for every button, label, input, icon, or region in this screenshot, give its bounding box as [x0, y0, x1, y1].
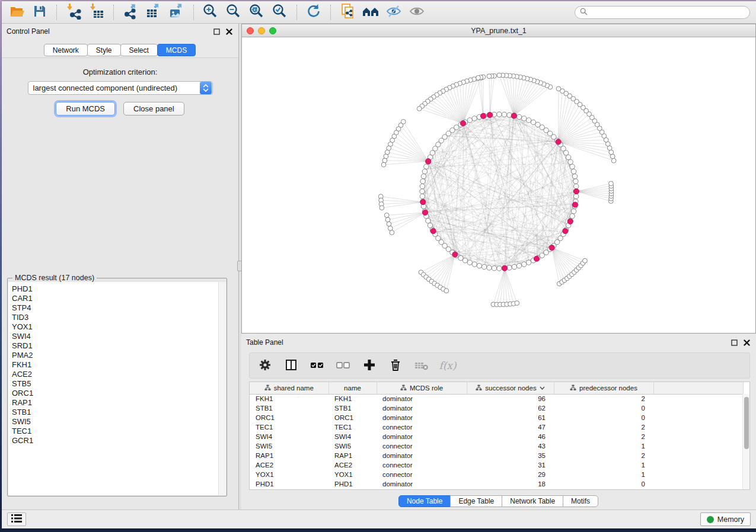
network-leaf-node[interactable] — [611, 158, 616, 163]
network-leaf-node[interactable] — [381, 162, 386, 167]
network-leaf-node[interactable] — [583, 258, 588, 263]
table-row[interactable]: ACE2ACE2connector311 — [250, 460, 744, 470]
mcds-result-item[interactable]: PMA2 — [12, 351, 218, 360]
network-mcds-node[interactable] — [567, 219, 573, 224]
open-file-button[interactable] — [8, 4, 25, 21]
network-mcds-node[interactable] — [426, 159, 431, 164]
network-leaf-node[interactable] — [609, 181, 614, 186]
network-mcds-node[interactable] — [534, 256, 539, 261]
network-ring-node[interactable] — [573, 179, 578, 184]
network-mcds-node[interactable] — [502, 265, 508, 271]
table-row[interactable]: SWI4SWI4dominator462 — [250, 432, 744, 441]
network-ring-node[interactable] — [492, 266, 496, 271]
mcds-result-item[interactable]: STB5 — [12, 379, 218, 389]
network-ring-node[interactable] — [467, 260, 472, 265]
search-input[interactable] — [591, 8, 745, 17]
network-ring-node[interactable] — [570, 164, 575, 169]
network-window-titlebar[interactable]: YPA_prune.txt_1 — [242, 24, 755, 37]
close-panel-button[interactable] — [225, 27, 234, 36]
tab-network-table[interactable]: Network Table — [502, 495, 563, 507]
mcds-result-scrollbar[interactable] — [218, 282, 226, 495]
network-ring-node[interactable] — [426, 219, 430, 223]
mcds-result-item[interactable]: RAP1 — [12, 398, 218, 408]
mcds-result-item[interactable]: STP4 — [12, 303, 218, 313]
close-table-panel-button[interactable] — [742, 338, 751, 347]
tab-node-table[interactable]: Node Table — [398, 495, 451, 507]
network-ring-node[interactable] — [566, 155, 570, 159]
network-leaf-node[interactable] — [385, 217, 390, 222]
network-ring-node[interactable] — [477, 263, 481, 268]
network-ring-node[interactable] — [497, 112, 502, 117]
hide-selected-button[interactable] — [385, 4, 403, 21]
column-header-mcds-role[interactable]: MCDS role — [377, 382, 467, 394]
show-columns-button[interactable] — [284, 358, 298, 373]
network-ring-node[interactable] — [507, 265, 512, 270]
network-ring-node[interactable] — [572, 174, 577, 178]
network-ring-node[interactable] — [507, 113, 512, 117]
table-row[interactable]: FKH1FKH1dominator962 — [250, 394, 744, 403]
close-panel-push-button[interactable]: Close panel — [123, 102, 184, 116]
network-mcds-node[interactable] — [460, 121, 465, 126]
network-ring-node[interactable] — [527, 118, 531, 123]
network-mcds-node[interactable] — [563, 228, 568, 233]
search-box[interactable] — [575, 6, 750, 19]
zoom-selected-button[interactable] — [271, 4, 289, 21]
column-header-successor-nodes[interactable]: successor nodes — [467, 382, 554, 394]
mcds-result-item[interactable]: ACE2 — [12, 370, 218, 379]
network-mcds-node[interactable] — [572, 202, 578, 207]
network-leaf-node[interactable] — [388, 226, 393, 231]
network-ring-node[interactable] — [462, 258, 467, 262]
column-header-name[interactable]: name — [328, 382, 377, 394]
network-leaf-node[interactable] — [610, 154, 615, 159]
network-mcds-node[interactable] — [556, 139, 561, 145]
new-network-from-selection-button[interactable] — [339, 4, 356, 21]
table-row[interactable]: RAP1RAP1dominator352 — [250, 451, 744, 460]
network-ring-node[interactable] — [568, 159, 573, 164]
export-table-button[interactable] — [145, 4, 162, 21]
tab-network[interactable]: Network — [44, 44, 88, 56]
network-ring-node[interactable] — [467, 118, 472, 123]
mcds-result-item[interactable]: PHD1 — [12, 284, 218, 294]
show-all-button[interactable] — [408, 4, 426, 21]
zoom-out-button[interactable] — [225, 4, 243, 21]
network-mcds-node[interactable] — [420, 200, 426, 205]
column-header-predecessor-nodes[interactable]: predecessor nodes — [554, 382, 653, 394]
network-ring-node[interactable] — [535, 122, 540, 127]
network-leaf-node[interactable] — [497, 73, 502, 78]
first-neighbors-button[interactable] — [362, 4, 379, 21]
network-mcds-node[interactable] — [511, 113, 516, 118]
tab-select[interactable]: Select — [120, 44, 158, 56]
mcds-result-item[interactable]: GCR1 — [12, 436, 218, 446]
network-ring-node[interactable] — [512, 264, 516, 269]
network-ring-node[interactable] — [421, 174, 426, 178]
column-header-shared-name[interactable]: shared name — [250, 382, 328, 394]
network-ring-node[interactable] — [516, 263, 521, 268]
network-ring-node[interactable] — [574, 194, 579, 198]
table-settings-button[interactable] — [258, 358, 272, 373]
network-mcds-node[interactable] — [549, 245, 554, 251]
float-panel-button[interactable] — [212, 27, 221, 36]
mcds-result-item[interactable]: TEC1 — [12, 427, 218, 436]
network-ring-node[interactable] — [570, 214, 575, 219]
mcds-result-item[interactable]: STB1 — [12, 408, 218, 417]
network-ring-node[interactable] — [481, 264, 486, 269]
table-row[interactable]: STB1STB1dominator620 — [250, 403, 744, 413]
table-row[interactable]: PHD1PHD1dominator180 — [250, 479, 744, 489]
network-ring-node[interactable] — [522, 116, 527, 121]
network-leaf-node[interactable] — [379, 206, 384, 210]
network-leaf-node[interactable] — [444, 289, 449, 293]
network-ring-node[interactable] — [571, 209, 576, 213]
maximize-window-traffic-light[interactable] — [269, 27, 276, 34]
tab-style[interactable]: Style — [87, 44, 121, 56]
import-table-button[interactable] — [88, 4, 106, 21]
tab-mcds[interactable]: MCDS — [157, 44, 196, 56]
save-session-button[interactable] — [31, 4, 49, 21]
criterion-dropdown[interactable]: largest connected component (undirected) — [28, 81, 213, 95]
zoom-in-button[interactable] — [202, 4, 219, 21]
network-ring-node[interactable] — [472, 116, 477, 121]
memory-button[interactable]: Memory — [700, 512, 751, 526]
network-ring-node[interactable] — [420, 184, 425, 188]
network-mcds-node[interactable] — [480, 113, 486, 118]
node-table[interactable]: shared name name MCDS role successor nod… — [250, 382, 744, 489]
mcds-result-item[interactable]: ORC1 — [12, 389, 218, 398]
